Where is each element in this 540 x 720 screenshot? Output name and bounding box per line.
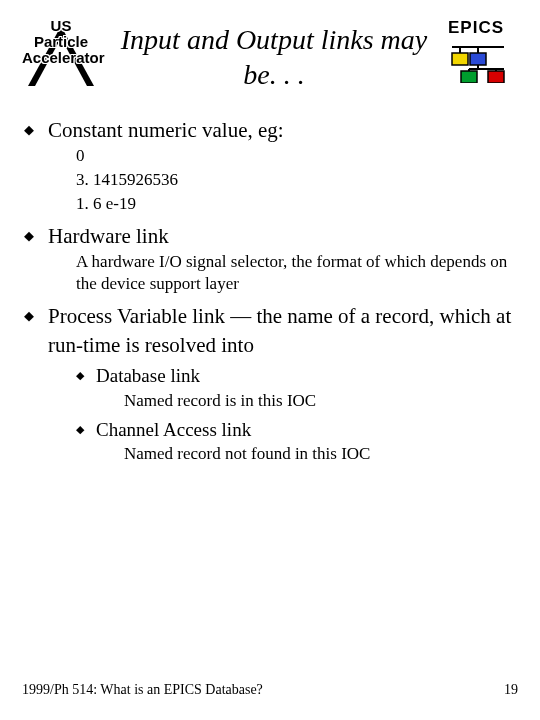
svg-rect-12	[461, 71, 477, 83]
example-value: 1. 6 e-19	[76, 193, 518, 216]
bullet-heading: Hardware link	[48, 224, 169, 248]
sub-bullet-database-link: Database link Named record is in this IO…	[76, 363, 518, 413]
constant-examples: 0 3. 1415926536 1. 6 e-19	[48, 145, 518, 216]
sub-bullet-label: Database link	[96, 365, 200, 386]
bullet-heading: Process Variable link — the name of a re…	[48, 304, 511, 356]
epics-logo: EPICS	[448, 18, 518, 83]
epics-label: EPICS	[448, 18, 518, 38]
us-particle-accelerator-logo: US Particle Accelerator	[22, 18, 100, 98]
hardware-description: A hardware I/O signal selector, the form…	[48, 251, 518, 297]
bullet-constant: Constant numeric value, eg: 0 3. 1415926…	[24, 116, 518, 216]
footer-page-number: 19	[504, 682, 518, 698]
epics-icon	[448, 41, 508, 83]
logo-left-line3: Accelerator	[22, 50, 100, 66]
slide-header: US Particle Accelerator Input and Output…	[22, 18, 518, 98]
bullet-hardware: Hardware link A hardware I/O signal sele…	[24, 222, 518, 296]
sub-bullet-ca-link: Channel Access link Named record not fou…	[76, 417, 518, 467]
slide-footer: 1999/Ph 514: What is an EPICS Database? …	[22, 682, 518, 698]
logo-left-line2: Particle	[22, 34, 100, 50]
example-value: 0	[76, 145, 518, 168]
slide-content: Constant numeric value, eg: 0 3. 1415926…	[22, 116, 518, 466]
slide-title: Input and Output links may be. . .	[110, 18, 438, 92]
footer-left: 1999/Ph 514: What is an EPICS Database?	[22, 682, 263, 698]
sub-bullet-detail: Named record not found in this IOC	[96, 443, 518, 466]
svg-rect-3	[452, 53, 468, 65]
example-value: 3. 1415926536	[76, 169, 518, 192]
svg-rect-4	[470, 53, 486, 65]
logo-left-line1: US	[22, 18, 100, 34]
bullet-pv-link: Process Variable link — the name of a re…	[24, 302, 518, 466]
svg-rect-13	[488, 71, 504, 83]
sub-bullet-detail: Named record is in this IOC	[96, 390, 518, 413]
sub-bullet-label: Channel Access link	[96, 419, 251, 440]
bullet-heading: Constant numeric value, eg:	[48, 118, 284, 142]
